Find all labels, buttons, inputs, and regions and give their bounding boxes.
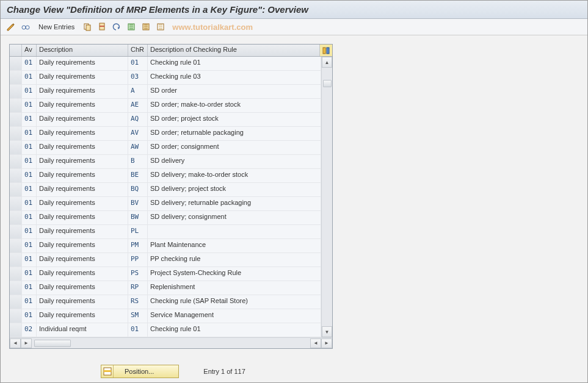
cell-av[interactable]: 01 — [22, 197, 37, 210]
cell-chr[interactable]: BQ — [128, 183, 148, 196]
configure-columns-icon[interactable] — [320, 45, 332, 56]
cell-description[interactable]: Individual reqmt — [37, 323, 128, 337]
cell-av[interactable]: 01 — [22, 71, 37, 84]
cell-chr[interactable]: PP — [128, 253, 148, 267]
cell-av[interactable]: 01 — [22, 225, 37, 238]
cell-chr[interactable]: BW — [128, 211, 148, 224]
cell-chr[interactable]: AE — [128, 99, 148, 112]
row-selector[interactable] — [10, 211, 22, 224]
cell-chr[interactable]: 03 — [128, 71, 148, 84]
cell-chr[interactable]: AQ — [128, 113, 148, 126]
header-checking-rule[interactable]: Description of Checking Rule — [148, 45, 320, 56]
row-selector[interactable] — [10, 253, 22, 267]
row-selector[interactable] — [10, 113, 22, 126]
cell-chr[interactable]: PM — [128, 239, 148, 252]
cell-rule[interactable]: Project System-Checking Rule — [148, 267, 321, 281]
row-selector[interactable] — [10, 295, 22, 309]
cell-rule[interactable]: Replenishment — [148, 281, 321, 295]
cell-rule[interactable]: Checking rule 01 — [148, 323, 321, 337]
cell-description[interactable]: Daily requirements — [37, 127, 128, 140]
scroll-thumb-horizontal[interactable] — [34, 340, 71, 347]
cell-rule[interactable]: Checking rule (SAP Retail Store) — [148, 295, 321, 309]
cell-rule[interactable] — [148, 225, 321, 238]
select-all-icon[interactable] — [126, 21, 137, 32]
delete-icon[interactable] — [96, 21, 107, 32]
glasses-icon[interactable] — [20, 21, 31, 32]
row-selector[interactable] — [10, 127, 22, 140]
position-button[interactable]: Position... — [101, 365, 179, 378]
cell-av[interactable]: 01 — [22, 253, 37, 267]
select-block-icon[interactable] — [140, 21, 151, 32]
cell-rule[interactable]: Checking rule 03 — [148, 71, 321, 84]
row-selector[interactable] — [10, 183, 22, 196]
scroll-thumb-vertical[interactable] — [323, 80, 332, 87]
vertical-scrollbar[interactable]: ▲ ▼ — [321, 57, 332, 337]
cell-av[interactable]: 02 — [22, 323, 37, 337]
undo-icon[interactable] — [111, 21, 122, 32]
cell-chr[interactable]: AV — [128, 127, 148, 140]
scroll-left-button[interactable]: ◄ — [10, 338, 21, 348]
cell-rule[interactable]: SD delivery; make-to-order stock — [148, 169, 321, 182]
cell-rule[interactable]: SD order — [148, 85, 321, 98]
scroll-right-button[interactable]: ► — [21, 338, 32, 348]
cell-av[interactable]: 01 — [22, 267, 37, 281]
row-selector[interactable] — [10, 141, 22, 154]
cell-rule[interactable]: SD delivery — [148, 155, 321, 168]
cell-description[interactable]: Daily requirements — [37, 253, 128, 267]
header-chr[interactable]: ChR — [128, 45, 148, 56]
row-selector[interactable] — [10, 267, 22, 281]
row-selector[interactable] — [10, 281, 22, 295]
cell-rule[interactable]: Service Management — [148, 309, 321, 323]
cell-av[interactable]: 01 — [22, 183, 37, 196]
cell-chr[interactable]: 01 — [128, 57, 148, 70]
cell-rule[interactable]: SD order; consignment — [148, 141, 321, 154]
cell-av[interactable]: 01 — [22, 309, 37, 323]
cell-chr[interactable]: B — [128, 155, 148, 168]
cell-av[interactable]: 01 — [22, 141, 37, 154]
row-selector[interactable] — [10, 71, 22, 84]
row-selector[interactable] — [10, 323, 22, 337]
row-selector[interactable] — [10, 85, 22, 98]
row-selector[interactable] — [10, 99, 22, 112]
row-selector[interactable] — [10, 239, 22, 252]
cell-av[interactable]: 01 — [22, 127, 37, 140]
cell-description[interactable]: Daily requirements — [37, 309, 128, 323]
scroll-up-button[interactable]: ▲ — [322, 57, 332, 68]
cell-chr[interactable]: RP — [128, 281, 148, 295]
cell-rule[interactable]: PP checking rule — [148, 253, 321, 267]
cell-av[interactable]: 01 — [22, 113, 37, 126]
cell-description[interactable]: Daily requirements — [37, 71, 128, 84]
cell-rule[interactable]: SD delivery; returnable packaging — [148, 197, 321, 210]
cell-av[interactable]: 01 — [22, 99, 37, 112]
cell-av[interactable]: 01 — [22, 155, 37, 168]
cell-rule[interactable]: SD order; make-to-order stock — [148, 99, 321, 112]
horizontal-scrollbar[interactable]: ◄ ► ◄ ► — [10, 337, 332, 348]
scroll-right-end-button[interactable]: ► — [321, 338, 332, 348]
toggle-display-change-icon[interactable] — [5, 21, 16, 32]
cell-description[interactable]: Daily requirements — [37, 57, 128, 70]
row-selector[interactable] — [10, 197, 22, 210]
cell-rule[interactable]: SD delivery; consignment — [148, 211, 321, 224]
cell-description[interactable]: Daily requirements — [37, 239, 128, 252]
cell-description[interactable]: Daily requirements — [37, 155, 128, 168]
header-av[interactable]: Av — [22, 45, 37, 56]
deselect-all-icon[interactable] — [155, 21, 166, 32]
cell-description[interactable]: Daily requirements — [37, 141, 128, 154]
cell-chr[interactable]: BE — [128, 169, 148, 182]
header-description[interactable]: Description — [37, 45, 128, 56]
cell-av[interactable]: 01 — [22, 57, 37, 70]
cell-av[interactable]: 01 — [22, 211, 37, 224]
cell-chr[interactable]: PL — [128, 225, 148, 238]
cell-description[interactable]: Daily requirements — [37, 281, 128, 295]
cell-chr[interactable]: SM — [128, 309, 148, 323]
cell-description[interactable]: Daily requirements — [37, 211, 128, 224]
cell-rule[interactable]: SD order; returnable packaging — [148, 127, 321, 140]
new-entries-button[interactable]: New Entries — [35, 23, 78, 30]
cell-chr[interactable]: BV — [128, 197, 148, 210]
cell-description[interactable]: Daily requirements — [37, 85, 128, 98]
cell-description[interactable]: Daily requirements — [37, 99, 128, 112]
scroll-down-button[interactable]: ▼ — [322, 326, 332, 337]
cell-chr[interactable]: A — [128, 85, 148, 98]
copy-icon[interactable] — [82, 21, 93, 32]
cell-description[interactable]: Daily requirements — [37, 295, 128, 309]
